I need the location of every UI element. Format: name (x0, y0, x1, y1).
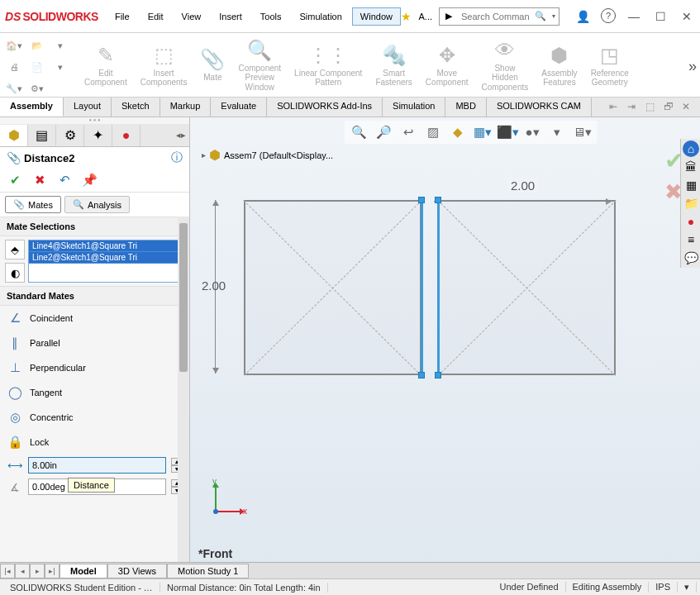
tp-view-palette-icon[interactable]: 📁 (683, 195, 699, 212)
tp-design-library-icon[interactable]: 🏛 (683, 159, 699, 175)
minimize-button[interactable]: — (626, 8, 642, 25)
maximize-button[interactable]: ☐ (652, 8, 669, 25)
search-icon[interactable]: 🔍 (532, 11, 549, 21)
edit-appearance-icon[interactable]: ●▾ (522, 122, 542, 142)
apply-scene-icon[interactable]: ▾ (547, 122, 567, 142)
star-icon[interactable]: ★ (401, 10, 412, 23)
qa-save-icon[interactable]: ▾ (51, 36, 69, 55)
tp-forum-icon[interactable]: 💬 (683, 250, 699, 266)
tab-layout[interactable]: Layout (64, 98, 112, 117)
mate-lock[interactable]: 🔒Lock (0, 430, 189, 455)
panel-tab-display[interactable]: ✦ (84, 125, 112, 146)
ribbon-mate[interactable]: 📎Mate (193, 36, 231, 94)
distance-input[interactable] (28, 457, 166, 474)
menu-window[interactable]: Window (352, 7, 401, 26)
panel-tab-config[interactable]: ⚙ (56, 125, 84, 146)
endpoint-handle[interactable] (418, 372, 425, 378)
ribbon-insert-components[interactable]: ⬚InsertComponents (134, 36, 194, 94)
menu-edit[interactable]: Edit (140, 7, 172, 26)
tab-addins[interactable]: SOLIDWORKS Add-Ins (267, 98, 383, 117)
selected-edge-line4[interactable] (421, 200, 423, 375)
close-button[interactable]: ✕ (679, 8, 695, 25)
ribbon-reference-geometry[interactable]: ◳ReferenceGeometry (584, 36, 636, 94)
qa-open-icon[interactable]: 📂 (28, 36, 46, 55)
mate-parallel[interactable]: ∥Parallel (0, 331, 189, 355)
mate-coincident[interactable]: ∠Coincident (0, 306, 189, 331)
bottom-tab-3dviews[interactable]: 3D Views (107, 564, 167, 578)
help-icon[interactable]: ? (601, 8, 616, 23)
tp-resources-icon[interactable]: ⌂ (683, 140, 699, 157)
qa-print-icon[interactable]: 🖨 (5, 58, 23, 76)
endpoint-handle[interactable] (418, 197, 425, 203)
ribbon-linear-pattern[interactable]: ⋮⋮Linear ComponentPattern (288, 36, 369, 94)
search-input[interactable] (458, 12, 532, 21)
tab-evaluate[interactable]: Evaluate (211, 98, 267, 117)
ribbon-assembly-features[interactable]: ⬢AssemblyFeatures (535, 36, 583, 94)
tab-collapse-right-icon[interactable]: ⇥ (627, 101, 640, 114)
panel-scrollbar[interactable] (178, 217, 189, 562)
mate-perpendicular[interactable]: ⊥Perpendicular (0, 355, 189, 380)
qa-doc-icon[interactable]: 📄 (28, 58, 46, 76)
tab-window-icon[interactable]: ⬚ (645, 101, 659, 114)
ok-button[interactable]: ✔ (7, 172, 23, 188)
display-style-icon[interactable]: ▦▾ (473, 122, 493, 142)
tab-close-icon[interactable]: ✕ (682, 101, 695, 114)
tp-custom-props-icon[interactable]: ≡ (683, 231, 699, 248)
mate-selections-list[interactable]: Line4@Sketch1@Square Tri Line2@Sketch1@S… (28, 240, 184, 283)
panel-grip-icon[interactable]: ● ● ● (0, 117, 189, 124)
tab-collapse-left-icon[interactable]: ⇤ (609, 101, 622, 114)
undo-button[interactable]: ↶ (56, 172, 73, 188)
panel-nav-right-icon[interactable]: ▸ (181, 130, 186, 140)
tab-nav-first-icon[interactable]: |◂ (0, 564, 15, 578)
panel-tab-feature-tree[interactable]: ⬢ (0, 125, 28, 146)
graphics-area[interactable]: 🔍 🔎 ↩ ▨ ◆ ▦▾ ⬛▾ ●▾ ▾ 🖥▾ ▸ ⬢ Assem7 (Defa… (190, 117, 700, 562)
hide-show-icon[interactable]: ⬛▾ (498, 122, 517, 142)
status-unit-system[interactable]: IPS (649, 582, 678, 593)
qa-options-icon[interactable]: ⚙▾ (28, 79, 46, 98)
breadcrumb[interactable]: ▸ ⬢ Assem7 (Default<Display... (202, 147, 333, 163)
search-dropdown-icon[interactable]: ▾ (549, 12, 559, 20)
subtab-analysis[interactable]: 🔍Analysis (64, 196, 130, 213)
selection-filter-faces-icon[interactable]: ◐ (5, 263, 25, 283)
property-help-icon[interactable]: ⓘ (171, 150, 183, 165)
ribbon-smart-fasteners[interactable]: 🔩SmartFasteners (369, 36, 418, 94)
menu-simulation[interactable]: Simulation (291, 7, 350, 26)
prev-view-icon[interactable]: ↩ (398, 122, 418, 142)
zoom-area-icon[interactable]: 🔎 (374, 122, 393, 142)
tab-mbd[interactable]: MBD (445, 98, 486, 117)
section-standard-mates[interactable]: Standard Mates ˄ (0, 286, 189, 306)
selection-item[interactable]: Line2@Sketch1@Square Tri (29, 252, 183, 264)
tab-simulation[interactable]: Simulation (383, 98, 445, 117)
bottom-tab-model[interactable]: Model (60, 564, 107, 578)
tab-max-icon[interactable]: 🗗 (664, 101, 677, 114)
tab-nav-next-icon[interactable]: ▸ (30, 564, 45, 578)
selection-filter-entities-icon[interactable]: ⬘ (5, 240, 25, 259)
ribbon-overflow-icon[interactable]: » (688, 58, 697, 75)
ribbon-component-preview[interactable]: 🔍ComponentPreviewWindow (231, 36, 288, 94)
menu-tools[interactable]: Tools (252, 7, 290, 26)
tab-nav-last-icon[interactable]: ▸| (45, 564, 60, 578)
mate-concentric[interactable]: ◎Concentric (0, 405, 189, 430)
section-mate-selections[interactable]: Mate Selections ˄ (0, 217, 189, 236)
qa-rebuild-icon[interactable]: 🔧▾ (5, 79, 23, 98)
tp-file-explorer-icon[interactable]: ▦ (683, 177, 699, 193)
tab-nav-prev-icon[interactable]: ◂ (15, 564, 30, 578)
search-button-icon[interactable]: ▶ (440, 8, 458, 25)
pushpin-button[interactable]: 📌 (81, 172, 98, 188)
zoom-fit-icon[interactable]: 🔍 (349, 122, 369, 142)
menu-file[interactable]: File (107, 7, 138, 26)
tab-cam[interactable]: SOLIDWORKS CAM (487, 98, 592, 117)
endpoint-handle[interactable] (435, 197, 441, 203)
user-icon[interactable]: 👤 (574, 8, 591, 25)
tab-sketch[interactable]: Sketch (112, 98, 160, 117)
bottom-tab-motion-study[interactable]: Motion Study 1 (167, 564, 249, 578)
breadcrumb-expand-icon[interactable]: ▸ (202, 150, 206, 159)
ribbon-move-component[interactable]: ✥MoveComponent (419, 36, 475, 94)
panel-tab-appearance[interactable]: ● (112, 125, 140, 146)
cancel-button[interactable]: ✖ (31, 172, 48, 188)
selection-item[interactable]: Line4@Sketch1@Square Tri (29, 240, 183, 252)
tab-assembly[interactable]: Assembly (0, 98, 64, 117)
panel-tab-property[interactable]: ▤ (28, 125, 56, 146)
tab-markup[interactable]: Markup (160, 98, 212, 117)
qa-more-icon[interactable]: ▾ (51, 58, 69, 76)
